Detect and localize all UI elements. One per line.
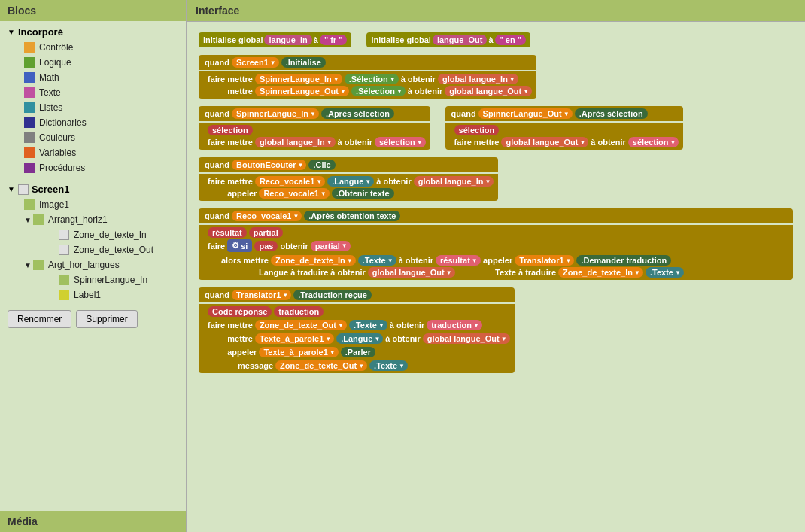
dd-global-langue-out-4[interactable]: global langue_Out <box>423 333 510 344</box>
pill-apres-selection-in: .Après sélection <box>321 108 394 119</box>
pill-langue-out[interactable]: langue_Out <box>433 35 488 45</box>
section-screen1: ▼ Screen1 Image1 ▼ Arrangt_horiz1 Zone_d… <box>0 178 186 306</box>
faire-translator-3: faire appeler Texte_à_parole1 .Parler <box>208 347 510 357</box>
event-spinner-out: quand SpinnerLangue_Out .Après sélection… <box>445 106 684 150</box>
dd-reco-vocale1-1[interactable]: Reco_vocale1 <box>255 176 325 187</box>
event-header-bouton[interactable]: quand BoutonEcouter .Clic <box>199 157 498 172</box>
dd-resultat-2[interactable]: résultat <box>436 255 481 266</box>
dd-langue-2[interactable]: .Langue <box>336 333 383 344</box>
sidebar-item-couleurs[interactable]: Couleurs <box>24 130 186 145</box>
screen1-icon <box>18 184 29 195</box>
sidebar-item-math[interactable]: Math <box>24 70 186 85</box>
blocks-canvas[interactable]: initialise global langue_In à " fr " ini… <box>187 22 805 532</box>
dd-reco-vocale1-3[interactable]: Reco_vocale1 <box>232 211 302 221</box>
listes-label: Listes <box>39 102 62 113</box>
val-en[interactable]: " en " <box>495 35 526 45</box>
val-fr[interactable]: " fr " <box>320 35 348 45</box>
pill-parler: .Parler <box>341 347 375 357</box>
pill-code-reponse: Code réponse <box>208 306 272 317</box>
dd-global-langue-in-1[interactable]: global langue_In <box>438 74 518 84</box>
dd-spinnerlangue-out-2[interactable]: SpinnerLangue_Out <box>478 108 573 119</box>
dd-texte-parole1-2[interactable]: Texte_à_parole1 <box>259 347 338 357</box>
pill-traduction-recue: .Traduction reçue <box>293 290 372 300</box>
selection-pill-out: sélection <box>454 125 679 135</box>
dd-global-langue-out-1[interactable]: global langue_Out <box>445 86 532 96</box>
rename-button[interactable]: Renommer <box>8 310 71 328</box>
row-translator: quand Translator1 .Traduction reçue Code… <box>199 287 793 373</box>
event-reco-vocale: quand Reco_vocale1 .Après obtention text… <box>199 208 793 280</box>
screen1-label: Screen1 <box>32 184 70 195</box>
delete-button[interactable]: Supprimer <box>76 310 137 328</box>
sidebar-item-variables[interactable]: Variables <box>24 145 186 160</box>
block-si[interactable]: ⚙ si <box>227 239 252 252</box>
dd-translator1-2[interactable]: Translator1 <box>232 290 291 300</box>
dd-langue-1[interactable]: .Langue <box>327 176 374 187</box>
arrangt-icon <box>33 214 44 225</box>
event-header-spinner-in[interactable]: quand SpinnerLangue_In .Après sélection <box>199 106 430 121</box>
event-header-reco[interactable]: quand Reco_vocale1 .Après obtention text… <box>199 208 793 223</box>
dd-selection-2[interactable]: .Sélection <box>351 86 406 96</box>
sidebar-item-listes[interactable]: Listes <box>24 100 186 115</box>
dd-selection-in-2[interactable]: sélection <box>375 137 426 147</box>
event-header-translator[interactable]: quand Translator1 .Traduction reçue <box>199 287 515 302</box>
dd-screen1[interactable]: Screen1 <box>232 57 279 68</box>
dd-global-langue-in-3[interactable]: global langue_In <box>414 176 494 187</box>
sidebar-item-logique[interactable]: Logique <box>24 55 186 70</box>
zone-out-icon <box>59 245 69 255</box>
dd-spinnerlangue-out-1[interactable]: SpinnerLangue_Out <box>255 86 349 96</box>
row-init-globals: initialise global langue_In à " fr " ini… <box>199 32 793 47</box>
dd-traduction-1[interactable]: traduction <box>427 320 482 330</box>
sidebar-item-label1[interactable]: Label1 <box>59 287 186 302</box>
dd-partial[interactable]: partial <box>311 241 351 251</box>
sidebar-item-argt-hor[interactable]: ▼ Argt_hor_langues <box>24 257 186 272</box>
sidebar-item-controle[interactable]: Contrôle <box>24 40 186 55</box>
variables-icon <box>24 147 35 158</box>
dd-zone-texte-out-2[interactable]: Zone_de_texte_Out <box>275 360 367 371</box>
procedures-label: Procédures <box>39 163 85 173</box>
dd-bouton-ecouter[interactable]: BoutonEcouter <box>232 160 306 170</box>
sidebar-item-texte[interactable]: Texte <box>24 85 186 100</box>
pill-selection-out: sélection <box>454 125 500 135</box>
section-screen1-header[interactable]: ▼ Screen1 <box>0 181 186 197</box>
dd-global-langue-out-2[interactable]: global langue_Out <box>501 137 588 147</box>
dd-reco-vocale1-2[interactable]: Reco_vocale1 <box>259 188 329 199</box>
block-init-langue-out[interactable]: initialise global langue_Out à " en " <box>366 32 530 47</box>
params-translator: Code réponse traduction <box>208 306 510 317</box>
main-title: Interface <box>187 0 805 22</box>
dd-spinnerlangue-in-2[interactable]: SpinnerLangue_In <box>232 108 319 119</box>
dd-translator1-1[interactable]: Translator1 <box>515 255 574 266</box>
dd-global-langue-in-2[interactable]: global langue_In <box>255 137 336 147</box>
collapse-icon-screen: ▼ <box>8 185 15 193</box>
dd-zone-texte-in-1[interactable]: Zone_de_texte_In <box>271 255 356 266</box>
sidebar-item-spinner-in[interactable]: SpinnerLangue_In <box>59 272 186 287</box>
message-row: message Zone_de_texte_Out .Texte <box>208 360 510 371</box>
pill-clic: .Clic <box>308 160 335 170</box>
argt-hor-label: Argt_hor_langues <box>48 260 120 270</box>
dd-texte-parole1-1[interactable]: Texte_à_parole1 <box>255 333 334 344</box>
label1-label: Label1 <box>74 290 101 300</box>
event-header-spinner-out[interactable]: quand SpinnerLangue_Out .Après sélection <box>445 106 684 121</box>
sidebar-item-arrangt[interactable]: ▼ Arrangt_horiz1 <box>24 212 186 227</box>
sidebar-item-zone-out[interactable]: Zone_de_texte_Out <box>59 242 186 257</box>
block-init-langue-in[interactable]: initialise global langue_In à " fr " <box>199 32 351 47</box>
sidebar-item-image1[interactable]: Image1 <box>24 197 186 212</box>
event-header-screen1[interactable]: quand Screen1 .Initialise <box>199 55 536 70</box>
sidebar-item-dictionaries[interactable]: Dictionaries <box>24 115 186 130</box>
event-body-reco: résultat partial faire ⚙ si pas obtenir … <box>199 225 793 280</box>
texte-icon <box>24 87 35 98</box>
dd-spinnerlangue-in-1[interactable]: SpinnerLangue_In <box>255 74 342 84</box>
sidebar-item-procedures[interactable]: Procédures <box>24 160 186 175</box>
dd-zone-texte-in-2[interactable]: Zone_de_texte_In <box>558 267 643 278</box>
dd-global-langue-out-3[interactable]: global langue_Out <box>368 267 455 278</box>
section-incorpore-header[interactable]: ▼ Incorporé <box>0 24 186 40</box>
dd-texte-2[interactable]: .Texte <box>646 267 684 278</box>
dd-zone-texte-out-1[interactable]: Zone_de_texte_Out <box>255 320 347 330</box>
event-bouton-ecouter: quand BoutonEcouter .Clic faire mettre R… <box>199 157 498 201</box>
dd-texte-3[interactable]: .Texte <box>349 320 387 330</box>
dd-texte-4[interactable]: .Texte <box>369 360 408 371</box>
pill-langue-in[interactable]: langue_In <box>264 35 311 45</box>
sidebar-item-zone-in[interactable]: Zone_de_texte_In <box>59 227 186 242</box>
dd-selection-out-2[interactable]: sélection <box>628 137 679 147</box>
dd-texte-1[interactable]: .Texte <box>358 255 396 266</box>
dd-selection-1[interactable]: .Sélection <box>345 74 399 84</box>
